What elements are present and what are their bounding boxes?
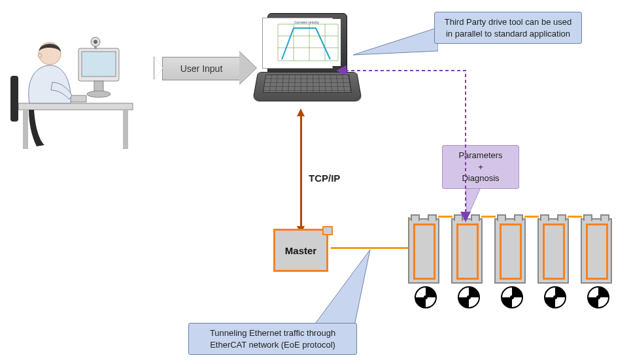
diagram-canvas: User Input Constant velocity	[0, 0, 631, 364]
svg-rect-4	[82, 52, 116, 76]
chart-top-label: Constant velocity	[294, 20, 320, 24]
tcpip-connection-line	[300, 115, 302, 227]
third-party-callout: Third Party drive tool can be used in pa…	[434, 12, 582, 44]
svg-rect-5	[94, 81, 103, 91]
slave-drive-1	[408, 218, 439, 284]
tcpip-arrowhead-up	[297, 108, 305, 116]
slave-drive-3	[494, 218, 526, 284]
svg-point-13	[38, 54, 42, 58]
tunneling-callout: Tunneling Ethernet traffic through Ether…	[188, 323, 357, 355]
slave-drive-5	[581, 218, 612, 284]
motor-icon-3	[501, 286, 523, 308]
tunneling-callout-pointer	[288, 250, 392, 327]
bus-segment-3	[524, 216, 539, 218]
bus-segment-4	[568, 216, 582, 218]
operator-illustration	[7, 5, 150, 156]
tunneling-callout-text: Tunneling Ethernet traffic through Ether…	[210, 328, 335, 350]
svg-rect-2	[123, 110, 128, 149]
bus-segment-0	[331, 247, 411, 249]
laptop-screen-chart: Constant velocity	[273, 19, 341, 66]
svg-marker-26	[314, 250, 370, 325]
user-input-arrow: User Input	[154, 57, 259, 79]
user-input-label: User Input	[162, 57, 240, 80]
master-port	[322, 226, 333, 235]
third-party-callout-text: Third Party drive tool can be used in pa…	[445, 17, 571, 39]
svg-rect-1	[23, 110, 28, 149]
svg-rect-9	[94, 46, 97, 49]
svg-rect-0	[18, 103, 133, 110]
motor-icon-2	[458, 286, 480, 308]
svg-point-6	[87, 91, 111, 97]
svg-marker-24	[353, 27, 438, 55]
slave-drive-4	[537, 218, 569, 284]
slave-drive-2	[451, 218, 483, 284]
svg-point-8	[94, 40, 97, 44]
motor-icon-4	[544, 286, 566, 308]
motor-icon-1	[415, 286, 437, 308]
diagnosis-dashed-path	[333, 59, 477, 222]
svg-rect-11	[10, 76, 18, 122]
motor-icon-5	[587, 286, 609, 308]
